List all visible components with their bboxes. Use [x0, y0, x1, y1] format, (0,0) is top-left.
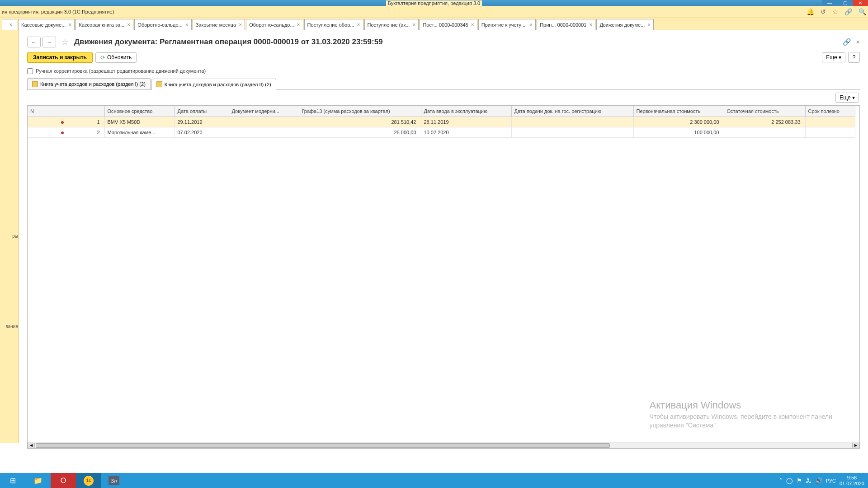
search-icon[interactable]: 🔍 [859, 8, 866, 15]
window-title: Бухгалтерия предприятия, редакция 3.0 [386, 0, 482, 6]
close-icon[interactable]: × [529, 22, 533, 28]
nav-back-button[interactable]: ← [27, 37, 41, 47]
stub-text-1: ры [0, 234, 18, 239]
toolbar: Записать и закрыть ⟳Обновить Еще ▾ ? [27, 50, 860, 65]
col-residual[interactable]: Остаточная стоимость [724, 106, 805, 117]
left-nav-stub: ры вание [0, 30, 19, 443]
tray-flag-icon[interactable]: ⚑ [797, 477, 802, 484]
tab-initial[interactable]: × [2, 19, 17, 30]
row-marker-icon [61, 121, 64, 124]
tab-item-active[interactable]: Движения докуме...× [596, 19, 654, 30]
favorite-button[interactable]: ☆ [60, 37, 71, 47]
maximize-button[interactable]: ▢ [837, 0, 853, 6]
col-moddoc[interactable]: Документ модерни... [229, 106, 299, 117]
nav-forward-button[interactable]: → [42, 37, 56, 47]
col-n[interactable]: N [28, 106, 104, 117]
close-icon[interactable]: × [412, 22, 415, 28]
close-icon[interactable]: × [357, 22, 360, 28]
activation-watermark: Активация Windows Чтобы активировать Win… [650, 399, 832, 430]
clip-icon[interactable]: 🔗 [843, 38, 851, 46]
taskbar: ⊞ 📁 O 1c Sh ˄ ◯ ⚑ 🖧 🔊 РУС 9:56 01.07.202… [0, 473, 868, 488]
inner-tab-section1[interactable]: Книга учета доходов и расходов (раздел I… [27, 78, 151, 89]
app-menubar: ия предприятия, редакция 3.0 (1С:Предпри… [0, 6, 868, 18]
tray-network-icon[interactable]: 🖧 [806, 477, 811, 484]
table-header-row: N Основное средство Дата оплаты Документ… [28, 106, 855, 117]
manual-edit-row: Ручная корректировка (разрешает редактир… [27, 66, 860, 76]
save-close-button[interactable]: Записать и закрыть [27, 52, 93, 63]
tab-item[interactable]: Закрытие месяца× [193, 19, 245, 30]
row-marker-icon [61, 131, 64, 134]
col-regdate[interactable]: Дата подачи док. на гос. регистрацию [511, 106, 633, 117]
main-content: ← → ☆ Движения документа: Регламентная о… [19, 30, 868, 443]
tab-item[interactable]: Поступление обор...× [304, 19, 363, 30]
manual-edit-checkbox[interactable] [27, 68, 33, 74]
tab-strip: × Кассовые докуме...× Кассовая книга за.… [0, 18, 868, 30]
data-table: N Основное средство Дата оплаты Документ… [28, 106, 855, 138]
table-row[interactable]: 1 BMV X5 M50D 29.11.2019 281 510,42 28.1… [28, 117, 855, 127]
sh-task[interactable]: Sh [101, 473, 127, 488]
table-more-button[interactable]: Еще ▾ [835, 93, 859, 103]
tray-lang[interactable]: РУС [826, 478, 836, 483]
more-button[interactable]: Еще ▾ [822, 52, 845, 62]
table-container: N Основное средство Дата оплаты Документ… [27, 105, 860, 449]
tab-item[interactable]: Принятие к учету ...× [478, 19, 536, 30]
stub-text-2: вание [0, 324, 18, 329]
close-icon[interactable]: × [68, 22, 71, 28]
tab-item[interactable]: Оборотно-сальдо...× [134, 19, 191, 30]
opera-task[interactable]: O [51, 473, 76, 488]
table-toolbar: Еще ▾ [27, 90, 860, 105]
window-controls: — ▢ ✕ [822, 0, 868, 6]
table-row[interactable]: 2 Морозильная каме... 07.02.2020 25 000,… [28, 127, 855, 138]
col-paydate[interactable]: Дата оплаты [175, 106, 229, 117]
close-icon[interactable]: × [471, 22, 474, 28]
close-panel-icon[interactable]: × [856, 38, 860, 46]
close-icon[interactable]: × [185, 22, 189, 28]
close-icon[interactable]: × [239, 22, 242, 28]
close-icon[interactable]: × [127, 22, 130, 28]
close-icon[interactable]: × [297, 22, 300, 28]
tab-item[interactable]: Пост... 0000-000345× [420, 19, 477, 30]
col-g13[interactable]: Графа13 (сумма расходов за квартал) [299, 106, 421, 117]
help-button[interactable]: ? [848, 52, 860, 63]
tray-chevron-icon[interactable]: ˄ [779, 477, 783, 484]
tab-item[interactable]: Кассовые докуме...× [18, 19, 75, 30]
1c-task[interactable]: 1c [76, 473, 101, 488]
scroll-right-button[interactable]: ▶ [852, 443, 859, 448]
system-tray: ˄ ◯ ⚑ 🖧 🔊 РУС 9:56 01.07.2020 [779, 475, 868, 486]
tab-item[interactable]: Кассовая книга за...× [75, 19, 133, 30]
close-icon[interactable]: × [589, 22, 592, 28]
col-initial[interactable]: Первоначальная стоимость [633, 106, 724, 117]
tab-item[interactable]: Поступление (ак...× [364, 19, 419, 30]
bell-icon[interactable]: 🔔 [807, 8, 814, 15]
inner-tab-section2[interactable]: Книга учета доходов и расходов (раздел I… [151, 79, 276, 90]
refresh-button[interactable]: ⟳Обновить [95, 52, 137, 63]
scroll-track[interactable] [35, 443, 852, 448]
tab-item[interactable]: Оборотно-сальдо...× [246, 19, 303, 30]
col-asset[interactable]: Основное средство [104, 106, 175, 117]
manual-edit-label: Ручная корректировка (разрешает редактир… [36, 68, 206, 74]
tab-item[interactable]: Прин... 0000-000001× [537, 19, 595, 30]
explorer-task[interactable]: 📁 [25, 473, 51, 488]
close-button[interactable]: ✕ [853, 0, 868, 6]
tray-sync-icon[interactable]: ◯ [786, 477, 793, 484]
tray-volume-icon[interactable]: 🔊 [815, 477, 822, 484]
history-icon[interactable]: ↺ [821, 8, 826, 15]
link-icon[interactable]: 🔗 [844, 8, 852, 15]
star-icon[interactable]: ☆ [832, 8, 838, 15]
scroll-left-button[interactable]: ◀ [28, 443, 35, 448]
app-name: ия предприятия, редакция 3.0 (1С:Предпри… [2, 9, 114, 14]
scroll-thumb[interactable] [36, 443, 610, 448]
doc-header: ← → ☆ Движения документа: Регламентная о… [27, 34, 860, 50]
col-useful[interactable]: Срок полезно [805, 106, 855, 117]
window-titlebar: Бухгалтерия предприятия, редакция 3.0 — … [0, 0, 868, 6]
col-expdate[interactable]: Дата ввода в эксплуатацию [421, 106, 511, 117]
start-button[interactable]: ⊞ [0, 473, 25, 488]
tray-clock[interactable]: 9:56 01.07.2020 [840, 475, 864, 486]
inner-tabs: Книга учета доходов и расходов (раздел I… [27, 78, 860, 90]
close-icon[interactable]: × [9, 22, 12, 28]
horizontal-scrollbar[interactable]: ◀ ▶ [28, 442, 859, 448]
close-icon[interactable]: × [647, 22, 651, 28]
doc-icon [156, 81, 162, 87]
menubar-right-icons: 🔔 ↺ ☆ 🔗 🔍 [807, 8, 866, 15]
minimize-button[interactable]: — [822, 0, 837, 6]
